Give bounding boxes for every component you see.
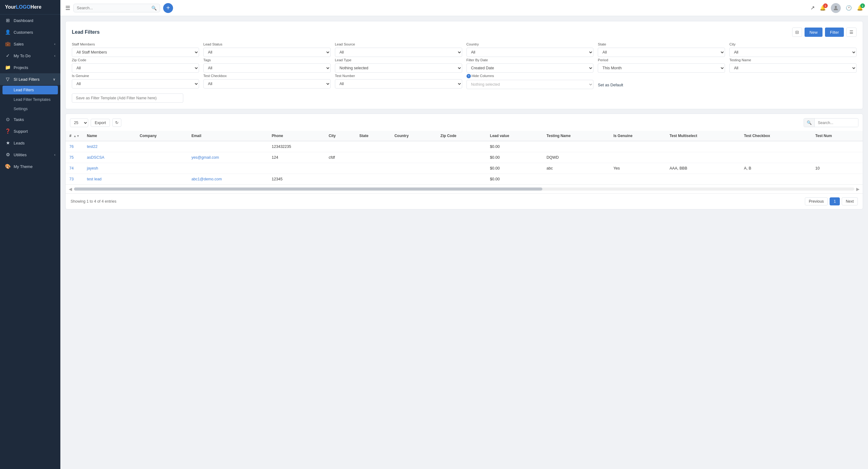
row-is-genuine: Yes: [610, 163, 666, 174]
row-email[interactable]: [188, 141, 268, 152]
new-button[interactable]: New: [805, 28, 823, 37]
sidebar-item-settings[interactable]: Settings: [0, 104, 60, 113]
set-default-group: Set as Default: [598, 74, 725, 89]
filter-label-state: State: [598, 42, 725, 46]
period-select[interactable]: This Month: [598, 63, 725, 73]
sidebar-item-lead-filters[interactable]: Lead Filters: [2, 86, 58, 94]
per-page-select[interactable]: 25 50 100: [70, 119, 88, 127]
sidebar-item-customers[interactable]: 👤 Customers: [0, 26, 60, 38]
topbar-right: ↗ 🔔 1 🕐 🔔 1: [810, 3, 863, 13]
city-select[interactable]: All: [729, 48, 857, 57]
export-button[interactable]: Export: [91, 119, 110, 127]
scroll-right-arrow[interactable]: ▶: [856, 187, 860, 192]
clock-icon[interactable]: 🕐: [846, 5, 852, 11]
prev-page-button[interactable]: Previous: [805, 197, 828, 205]
current-page-button[interactable]: 1: [830, 197, 840, 205]
table-header-row: # ▲▼ Name Company Email Phone City State…: [66, 131, 863, 141]
col-test-checkbox: Test Checkbox: [740, 131, 811, 141]
filter-label-filter-by-date: Filter By Date: [466, 58, 594, 62]
col-is-genuine: Is Genuine: [610, 131, 666, 141]
add-button[interactable]: +: [163, 3, 173, 13]
row-state: [356, 141, 391, 152]
alert-icon[interactable]: 🔔 1: [857, 5, 863, 11]
row-name[interactable]: jayesh: [83, 163, 136, 174]
filter-label-tags: Tags: [204, 58, 331, 62]
sidebar-item-tasks[interactable]: ⊙ Tasks: [0, 113, 60, 125]
sidebar-item-projects[interactable]: 📁 Projects: [0, 62, 60, 73]
view-list-icon[interactable]: ⊟: [792, 28, 802, 37]
row-num[interactable]: 74: [66, 163, 83, 174]
filter-label-test-checkbox: Test Checkbox: [204, 74, 331, 78]
chevron-icon: ‹: [54, 42, 55, 46]
filter-hide-columns: ?Hide Columns Nothing selected: [466, 74, 594, 89]
hide-columns-select[interactable]: Nothing selected: [466, 80, 594, 89]
row-company: [136, 163, 188, 174]
row-num[interactable]: 75: [66, 152, 83, 163]
filter-label-lead-status: Lead Status: [204, 42, 331, 46]
filter-grid-row2: Zip Code All Tags All Lead Type Nothing …: [72, 58, 857, 73]
sidebar-item-label: Leads: [13, 141, 25, 145]
sidebar-item-label: Sales: [13, 42, 24, 46]
scroll-left-arrow[interactable]: ◀: [68, 187, 73, 192]
next-page-button[interactable]: Next: [842, 197, 858, 205]
row-name[interactable]: asDSCSA: [83, 152, 136, 163]
sidebar-item-utilities[interactable]: ⚙ Utilities ‹: [0, 149, 60, 161]
row-email[interactable]: abc1@demo.com: [188, 174, 268, 185]
col-zip: Zip Code: [437, 131, 486, 141]
row-email[interactable]: yes@gmail.com: [188, 152, 268, 163]
sidebar-item-si-lead-filters[interactable]: ▽ SI Lead Filters ∨: [0, 73, 60, 85]
row-test-num: [812, 141, 863, 152]
menu-icon[interactable]: ☰: [65, 5, 70, 11]
lead-source-select[interactable]: All: [335, 48, 462, 57]
filter-staff-members: Staff Members All Staff Members: [72, 42, 199, 57]
filter-label-period: Period: [598, 58, 725, 62]
scroll-thumb: [74, 188, 542, 191]
filter-label-lead-source: Lead Source: [335, 42, 462, 46]
country-select[interactable]: All: [466, 48, 594, 57]
zip-select[interactable]: All: [72, 63, 199, 73]
filter-label-country: Country: [466, 42, 594, 46]
table-search-input[interactable]: [815, 119, 858, 127]
save-template-input[interactable]: [72, 93, 183, 103]
test-number-select[interactable]: All: [335, 79, 462, 89]
state-select[interactable]: All: [598, 48, 725, 57]
col-test-multiselect: Test Multiselect: [666, 131, 740, 141]
row-country: [391, 141, 437, 152]
row-email[interactable]: [188, 163, 268, 174]
row-num[interactable]: 73: [66, 174, 83, 185]
tags-select[interactable]: All: [204, 63, 331, 73]
testing-name-select[interactable]: All: [729, 63, 857, 73]
columns-icon[interactable]: ☰: [846, 28, 857, 37]
lead-type-select[interactable]: Nothing selected: [335, 63, 462, 73]
filter-lead-type: Lead Type Nothing selected: [335, 58, 462, 73]
filter-country: Country All: [466, 42, 594, 57]
row-name[interactable]: test22: [83, 141, 136, 152]
sidebar-item-lead-filter-templates[interactable]: Lead Filter Templates: [0, 95, 60, 104]
sidebar-item-mytheme[interactable]: 🎨 My Theme: [0, 161, 60, 172]
is-genuine-select[interactable]: All: [72, 79, 199, 89]
sidebar-item-support[interactable]: ❓ Support: [0, 125, 60, 137]
search-input[interactable]: [77, 6, 150, 10]
share-icon[interactable]: ↗: [810, 5, 815, 11]
staff-members-select[interactable]: All Staff Members: [72, 48, 199, 57]
row-num[interactable]: 76: [66, 141, 83, 152]
sidebar-item-dashboard[interactable]: ⊞ Dashboard: [0, 14, 60, 26]
row-zip: [437, 163, 486, 174]
scroll-track[interactable]: [74, 188, 855, 191]
sidebar-item-sales[interactable]: 💼 Sales ‹: [0, 38, 60, 50]
lead-status-select[interactable]: All: [204, 48, 331, 57]
sidebar-item-mytodo[interactable]: ✓ My To Do ‹: [0, 50, 60, 62]
col-country: Country: [391, 131, 437, 141]
row-name[interactable]: test lead: [83, 174, 136, 185]
col-state: State: [356, 131, 391, 141]
notifications-icon[interactable]: 🔔 1: [820, 5, 826, 11]
refresh-button[interactable]: ↻: [112, 119, 121, 127]
sidebar-item-leads[interactable]: ★ Leads: [0, 137, 60, 149]
set-default-button[interactable]: Set as Default: [598, 81, 725, 89]
filter-button[interactable]: Filter: [825, 28, 844, 37]
table-search-box: 🔍: [804, 118, 859, 127]
test-checkbox-select[interactable]: All: [204, 79, 331, 89]
sidebar-sub-label: Lead Filters: [13, 88, 34, 92]
filter-by-date-select[interactable]: Created Date: [466, 63, 594, 73]
avatar[interactable]: [831, 3, 841, 13]
